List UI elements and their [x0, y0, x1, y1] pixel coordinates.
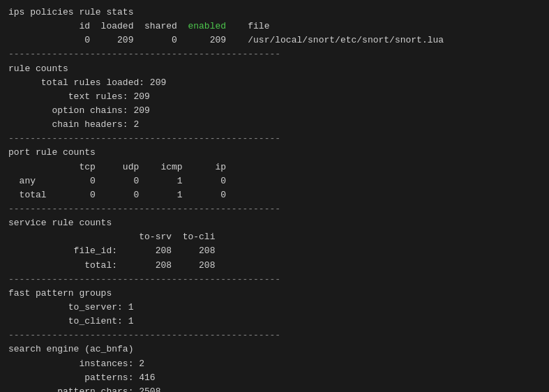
terminal-line-text-rules: text rules: 209 — [8, 90, 541, 104]
terminal-line-divider5: ----------------------------------------… — [8, 329, 541, 342]
terminal-line-service-col: to-srv to-cli — [8, 230, 541, 244]
terminal-output: ips policies rule stats id loaded shared… — [8, 6, 541, 392]
terminal-line-port-any: any 0 0 1 0 — [8, 174, 541, 188]
terminal-line-divider1: ----------------------------------------… — [8, 47, 541, 61]
divider-line: ----------------------------------------… — [8, 204, 280, 214]
divider-line: ----------------------------------------… — [8, 49, 280, 59]
terminal-line-to-client: to_client: 1 — [8, 315, 541, 329]
divider-line: ----------------------------------------… — [8, 330, 280, 340]
terminal-line-chain-headers: chain headers: 2 — [8, 118, 541, 132]
terminal-line-port-total: total 0 0 1 0 — [8, 188, 541, 202]
terminal-line-pattern-chars: pattern chars: 2508 — [8, 385, 541, 392]
terminal-line-patterns: patterns: 416 — [8, 371, 541, 385]
terminal-line-divider4: ----------------------------------------… — [8, 273, 541, 287]
terminal-line-service-file: file_id: 208 208 — [8, 244, 541, 258]
terminal-line-port-col-headers: tcp udp icmp ip — [8, 160, 541, 174]
terminal-line-ips-header: ips policies rule stats — [8, 6, 541, 20]
terminal-line-divider2: ----------------------------------------… — [8, 132, 541, 146]
terminal-line-instances: instances: 2 — [8, 357, 541, 371]
terminal-line-port-rule-counts: port rule counts — [8, 146, 541, 160]
divider-line: ----------------------------------------… — [8, 133, 280, 144]
terminal-line-fast-pattern: fast pattern groups — [8, 287, 541, 301]
enabled-label: enabled — [188, 21, 226, 31]
terminal-line-search-engine: search engine (ac_bnfa) — [8, 342, 541, 356]
terminal-line-rule-counts: rule counts — [8, 62, 541, 76]
terminal-line-service-rule: service rule counts — [8, 216, 541, 230]
terminal-line-col-values: 0 209 0 209 /usr/local/snort/etc/snort/s… — [8, 33, 541, 47]
terminal-line-option-chains: option chains: 209 — [8, 104, 541, 118]
divider-line: ----------------------------------------… — [8, 274, 280, 285]
terminal-line-service-total: total: 208 208 — [8, 259, 541, 273]
terminal-line-total-rules: total rules loaded: 209 — [8, 76, 541, 90]
terminal-line-to-server: to_server: 1 — [8, 301, 541, 315]
terminal-line-col-headers: id loaded shared enabled file — [8, 20, 541, 33]
terminal-line-divider3: ----------------------------------------… — [8, 202, 541, 216]
